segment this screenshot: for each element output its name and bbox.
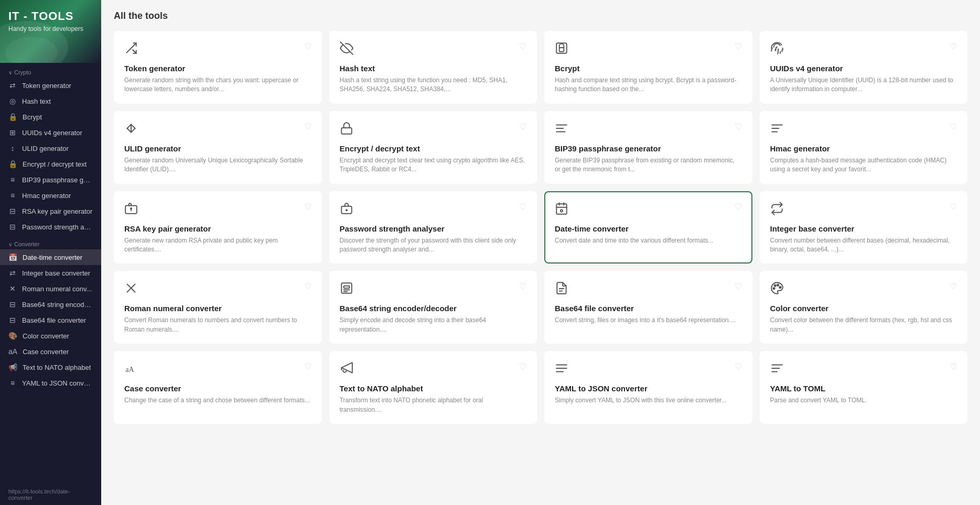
sidebar-item-text-nato[interactable]: 📢 Text to NATO alphabet [0, 359, 101, 375]
sidebar-label-color-converter: Color converter [23, 332, 69, 340]
tool-icon-bip39 [555, 122, 568, 139]
sidebar-item-password-strength[interactable]: ⊟ Password strength an... [0, 219, 101, 235]
tool-favorite-uuids-v4[interactable]: ♡ [950, 41, 957, 51]
svg-point-32 [777, 284, 779, 286]
sidebar-item-hash-text[interactable]: ◎ Hash text [0, 93, 101, 109]
sidebar-item-bip39[interactable]: ≡ BIP39 passphrase gen... [0, 172, 101, 188]
tool-title-bcrypt: Bcrypt [555, 64, 742, 73]
tool-favorite-yaml-toml[interactable]: ♡ [950, 361, 957, 371]
sidebar-item-date-time-converter[interactable]: 📅 Date-time converter [0, 249, 101, 265]
tool-favorite-ulid-generator[interactable]: ♡ [304, 122, 311, 131]
tool-icon-ulid-generator [124, 122, 138, 139]
sidebar-item-bcrypt[interactable]: 🔒 Bcrypt [0, 109, 101, 125]
tool-card-token-generator[interactable]: ♡ Token generator Generate random string… [114, 31, 322, 104]
tool-favorite-hash-text[interactable]: ♡ [519, 41, 526, 51]
tool-card-header-password-strength: ♡ [340, 202, 527, 219]
tool-card-uuids-v4[interactable]: ♡ UUIDs v4 generator A Universally Uniqu… [760, 31, 968, 104]
tool-favorite-bip39[interactable]: ♡ [735, 122, 742, 131]
tool-favorite-bcrypt[interactable]: ♡ [735, 41, 742, 51]
tool-title-hash-text: Hash text [340, 64, 527, 73]
sidebar-item-color-converter[interactable]: 🎨 Color converter [0, 328, 101, 344]
tool-card-header-rsa-key: ♡ [124, 202, 311, 219]
tool-favorite-base64-file[interactable]: ♡ [735, 281, 742, 291]
tool-favorite-encrypt-decrypt[interactable]: ♡ [519, 122, 526, 131]
sidebar-item-encrypt-decrypt[interactable]: 🔒 Encrypt / decrypt text [0, 156, 101, 172]
tool-card-yaml-toml[interactable]: ♡ YAML to TOML Parse and convert YAML to… [760, 351, 968, 424]
tools-grid: ♡ Token generator Generate random string… [114, 31, 967, 424]
sidebar-item-base64-file[interactable]: ⊟ Base64 file converter [0, 312, 101, 328]
svg-point-33 [779, 287, 781, 288]
tool-favorite-rsa-key[interactable]: ♡ [304, 202, 311, 212]
tool-card-case-converter[interactable]: aA ♡ Case converter Change the case of a… [114, 351, 322, 424]
tool-favorite-case-converter[interactable]: ♡ [304, 361, 311, 371]
tool-favorite-date-time-converter[interactable]: ♡ [735, 202, 742, 212]
sidebar-label-rsa-key: RSA key pair generator [22, 207, 92, 215]
tool-card-bcrypt[interactable]: ♡ Bcrypt Hash and compare text string us… [544, 31, 752, 104]
tool-favorite-text-nato[interactable]: ♡ [519, 361, 526, 371]
sidebar: IT - TOOLS Handy tools for developers ∨ … [0, 0, 101, 505]
tool-desc-hmac-generator: Computes a hash-based message authentica… [770, 156, 957, 174]
tool-card-rsa-key[interactable]: ♡ RSA key pair generator Generate new ra… [114, 191, 322, 264]
sidebar-label-text-nato: Text to NATO alphabet [23, 364, 91, 371]
tool-favorite-roman-numeral[interactable]: ♡ [304, 281, 311, 291]
tool-title-base64-string: Base64 string encoder/decoder [340, 304, 527, 313]
tool-favorite-hmac-generator[interactable]: ♡ [950, 122, 957, 131]
sidebar-item-uuids-v4[interactable]: ⊞ UUIDs v4 generator [0, 125, 101, 140]
tool-card-integer-base-converter[interactable]: ♡ Integer base converter Convert number … [760, 191, 968, 264]
tool-desc-bcrypt: Hash and compare text string using bcryp… [555, 76, 742, 94]
tool-favorite-password-strength[interactable]: ♡ [519, 202, 526, 212]
tool-card-bip39[interactable]: ♡ BIP39 passphrase generator Generate BI… [544, 111, 752, 184]
tool-card-header-roman-numeral: ♡ [124, 281, 311, 299]
tool-card-date-time-converter[interactable]: ♡ Date-time converter Convert date and t… [544, 191, 752, 264]
tool-card-base64-file[interactable]: ♡ Base64 file converter Convert string, … [544, 271, 752, 344]
sidebar-item-token-generator[interactable]: ⇄ Token generator [0, 78, 101, 93]
svg-rect-19 [556, 204, 567, 214]
tool-card-header-ulid-generator: ♡ [124, 122, 311, 139]
tool-icon-hash-text [340, 41, 353, 59]
tool-card-hash-text[interactable]: ♡ Hash text Hash a text string using the… [329, 31, 537, 104]
tool-favorite-base64-string[interactable]: ♡ [519, 281, 526, 291]
tool-card-color-converter[interactable]: ♡ Color converter Convert color between … [760, 271, 968, 344]
sidebar-icon-base64-file: ⊟ [8, 316, 17, 324]
tool-favorite-color-converter[interactable]: ♡ [950, 281, 957, 291]
sidebar-item-hmac[interactable]: ≡ Hmac generator [0, 188, 101, 203]
sidebar-item-rsa-key[interactable]: ⊟ RSA key pair generator [0, 203, 101, 219]
tool-card-header-color-converter: ♡ [770, 281, 957, 299]
sidebar-item-yaml-json[interactable]: ≡ YAML to JSON conver... [0, 375, 101, 391]
sidebar-header: IT - TOOLS Handy tools for developers [0, 0, 101, 63]
tool-card-ulid-generator[interactable]: ♡ ULID generator Generate random Univers… [114, 111, 322, 184]
tool-card-header-encrypt-decrypt: ♡ [340, 122, 527, 139]
tool-favorite-yaml-json[interactable]: ♡ [735, 361, 742, 371]
sidebar-item-base64-string[interactable]: ⊟ Base64 string encode... [0, 297, 101, 312]
sidebar-section-converter: ∨ Converter [0, 235, 101, 249]
sidebar-label-date-time-converter: Date-time converter [23, 254, 82, 261]
tool-card-roman-numeral[interactable]: ♡ Roman numeral converter Convert Roman … [114, 271, 322, 344]
sidebar-icon-base64-string: ⊟ [8, 300, 17, 309]
tool-desc-case-converter: Change the case of a string and chose be… [124, 396, 311, 405]
sidebar-section-crypto: ∨ Crypto [0, 63, 101, 78]
tool-icon-base64-string [340, 281, 353, 299]
tool-card-header-yaml-json: ♡ [555, 361, 742, 379]
sidebar-item-integer-base[interactable]: ⇄ Integer base converter [0, 265, 101, 281]
sidebar-icon-roman-numeral: ✕ [8, 284, 17, 293]
tool-title-token-generator: Token generator [124, 64, 311, 73]
tool-desc-text-nato: Transform text into NATO phonetic alphab… [340, 396, 527, 414]
sidebar-item-roman-numeral[interactable]: ✕ Roman numeral conv... [0, 281, 101, 297]
tool-favorite-token-generator[interactable]: ♡ [304, 41, 311, 51]
tool-desc-uuids-v4: A Universally Unique Identifier (UUID) i… [770, 76, 957, 94]
sidebar-item-ulid-generator[interactable]: ↕ ULID generator [0, 140, 101, 156]
sidebar-item-case-converter[interactable]: aA Case converter [0, 344, 101, 359]
tool-card-encrypt-decrypt[interactable]: ♡ Encrypt / decrypt text Encrypt and dec… [329, 111, 537, 184]
tool-favorite-integer-base-converter[interactable]: ♡ [950, 202, 957, 212]
sidebar-icon-rsa-key: ⊟ [8, 207, 17, 215]
tool-card-header-bcrypt: ♡ [555, 41, 742, 59]
tool-card-password-strength[interactable]: ♡ Password strength analyser Discover th… [329, 191, 537, 264]
sidebar-label-bcrypt: Bcrypt [23, 113, 42, 121]
tool-icon-base64-file [555, 281, 568, 299]
tool-desc-date-time-converter: Convert date and time into the various d… [555, 236, 742, 245]
sidebar-label-uuids-v4: UUIDs v4 generator [22, 129, 82, 137]
tool-card-hmac-generator[interactable]: ♡ Hmac generator Computes a hash-based m… [760, 111, 968, 184]
tool-card-text-nato[interactable]: ♡ Text to NATO alphabet Transform text i… [329, 351, 537, 424]
tool-card-yaml-json[interactable]: ♡ YAML to JSON converter Simply convert … [544, 351, 752, 424]
tool-card-base64-string[interactable]: ♡ Base64 string encoder/decoder Simply e… [329, 271, 537, 344]
